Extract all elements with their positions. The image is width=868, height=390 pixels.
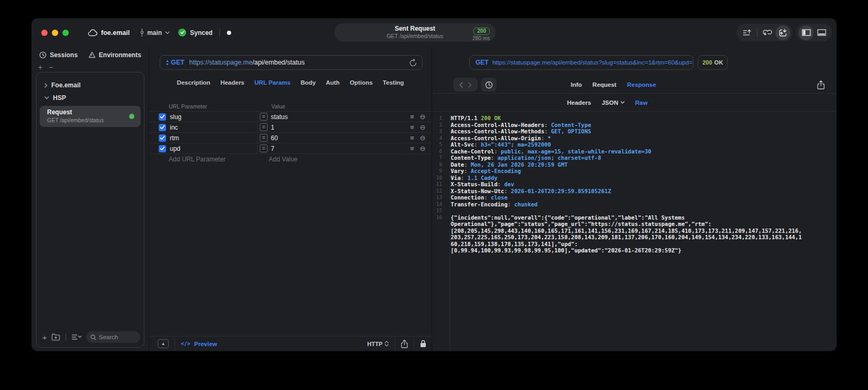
param-name-field[interactable]: upd	[170, 145, 257, 152]
param-add-row[interactable]: Add URL Parameter Add Value	[149, 153, 432, 165]
response-subtab-raw[interactable]: Raw	[635, 99, 648, 106]
column-divider	[257, 112, 258, 122]
response-body-line: Operational"},"page":"status","page_url"…	[432, 221, 836, 228]
param-checkbox-checked[interactable]	[159, 113, 166, 121]
remove-item-button[interactable]: −	[49, 63, 53, 71]
line-number: 2	[432, 122, 446, 129]
param-name-field[interactable]: rtm	[170, 134, 257, 142]
lock-icon[interactable]	[420, 340, 426, 348]
remove-param-icon[interactable]: ⊖	[417, 134, 428, 142]
response-header-line: 8Date: Mon, 26 Jan 2026 20:29:59 GMT	[432, 161, 836, 168]
request-tab-url-params[interactable]: URL Params	[254, 79, 290, 86]
remove-param-icon[interactable]: ⊖	[417, 123, 428, 131]
param-row: slug=status≡⊖	[149, 111, 432, 122]
add-param-placeholder[interactable]: Add URL Parameter	[169, 156, 226, 163]
traffic-lights	[41, 30, 69, 36]
close-window-button[interactable]	[41, 30, 48, 36]
request-url-path[interactable]: /api/embed/status	[252, 59, 305, 66]
new-folder-icon[interactable]	[51, 333, 60, 341]
tab-environments[interactable]: Environments	[88, 51, 141, 59]
titlebar-left: foe.email main Synced	[88, 29, 231, 37]
loop-sync-button[interactable]	[760, 25, 775, 40]
collapse-panel-button[interactable]: ▲	[158, 339, 169, 348]
param-checkbox-checked[interactable]	[159, 124, 166, 131]
branch-selector[interactable]: main	[139, 29, 170, 37]
request-tab-description[interactable]: Description	[177, 79, 210, 86]
param-name-field[interactable]: slug	[170, 113, 257, 121]
method-label: GET	[171, 59, 185, 66]
toggle-bottom-panel-button[interactable]	[814, 25, 829, 40]
history-nav-group	[453, 78, 478, 92]
resend-request-icon[interactable]	[409, 59, 417, 67]
tab-sessions-label: Sessions	[50, 51, 78, 59]
forward-chevron-icon[interactable]	[468, 82, 472, 88]
sidebar-actions: + −	[32, 63, 149, 71]
toggle-left-panel-button[interactable]	[799, 25, 814, 40]
response-body-line: [0,99.94,100,99.93,99.98,99.95,100],"upd…	[432, 247, 836, 254]
tree-item-foe-email[interactable]: Foe.email	[39, 79, 141, 92]
param-name-field[interactable]: inc	[170, 124, 257, 131]
status-code-badge: 200	[473, 28, 490, 35]
share-icon[interactable]	[401, 340, 408, 348]
back-chevron-icon[interactable]	[459, 82, 463, 88]
remove-param-icon[interactable]: ⊖	[417, 113, 428, 121]
sent-request-title: Sent Request	[387, 25, 443, 33]
request-tab-testing[interactable]: Testing	[383, 79, 404, 86]
reorder-handle-icon[interactable]: ≡	[407, 134, 417, 142]
response-body-line: 203,257,225,165,250,173,204,223,158,208,…	[432, 234, 836, 241]
tab-sessions[interactable]: Sessions	[39, 51, 78, 59]
reorder-handle-icon[interactable]: ≡	[407, 144, 417, 152]
response-tab-request[interactable]: Request	[592, 81, 616, 88]
add-item-button[interactable]: +	[38, 63, 42, 71]
line-number: 9	[432, 168, 446, 175]
reorder-handle-icon[interactable]: ≡	[407, 113, 417, 121]
request-list-item-selected[interactable]: Request GET /api/embed/status	[40, 106, 141, 127]
request-tab-options[interactable]: Options	[350, 79, 372, 86]
zoom-window-button[interactable]	[62, 30, 69, 36]
param-value-field[interactable]: 60	[271, 134, 407, 142]
add-value-placeholder[interactable]: Add Value	[269, 156, 298, 163]
new-request-button[interactable]: +	[42, 333, 47, 342]
request-url-host[interactable]: https://statuspage.me	[189, 59, 253, 66]
response-tab-info[interactable]: Info	[571, 81, 582, 88]
method-selector[interactable]: GET	[166, 59, 185, 66]
param-value-field[interactable]: 7	[271, 145, 407, 152]
line-number: 5	[432, 141, 446, 148]
sync-status-label: Synced	[190, 29, 213, 37]
project-name[interactable]: foe.email	[101, 29, 130, 37]
response-tab-response[interactable]: Response	[627, 81, 656, 88]
param-checkbox-checked[interactable]	[159, 145, 166, 152]
import-request-button[interactable]	[775, 25, 790, 40]
response-subtab-json[interactable]: JSON	[601, 99, 624, 106]
sent-request-pill[interactable]: Sent Request GET /api/embed/status 200 2…	[334, 23, 496, 42]
minimize-window-button[interactable]	[52, 30, 58, 36]
param-value-field[interactable]: 1	[271, 124, 407, 131]
preview-button[interactable]: </> Preview	[181, 341, 217, 347]
protocol-selector[interactable]: HTTP	[367, 341, 389, 347]
response-subtab-headers[interactable]: Headers	[567, 99, 591, 106]
request-editor-panel: GET https://statuspage.me/api/embed/stat…	[149, 47, 432, 351]
line-number: 6	[432, 148, 446, 155]
param-checkbox-checked[interactable]	[159, 134, 166, 142]
export-response-icon[interactable]	[817, 80, 825, 89]
sync-status[interactable]: Synced	[178, 29, 213, 37]
remove-param-icon[interactable]: ⊖	[417, 144, 428, 152]
search-input[interactable]: Search	[86, 331, 140, 343]
history-clock-button[interactable]	[481, 78, 497, 92]
request-url-bar[interactable]: GET https://statuspage.me/api/embed/stat…	[160, 55, 423, 70]
response-raw-view[interactable]: 1HTTP/1.1 200 OK2Access-Control-Allow-He…	[432, 112, 836, 351]
request-tab-body[interactable]: Body	[300, 79, 316, 86]
panel-toggles-group	[796, 24, 832, 41]
param-value-field[interactable]: status	[271, 113, 407, 121]
cloud-icon	[88, 29, 98, 37]
request-tab-headers[interactable]: Headers	[221, 79, 244, 86]
tree-item-hsp[interactable]: HSP	[39, 92, 141, 104]
blank-line: 15	[432, 207, 836, 214]
sent-url-box[interactable]: GET https://statuspage.me/api/embed/stat…	[469, 55, 693, 70]
list-view-options-icon[interactable]	[71, 334, 82, 340]
response-header-line: 9Vary: Accept-Encoding	[432, 168, 836, 175]
response-header-line: 2Access-Control-Allow-Headers: Content-T…	[432, 122, 836, 129]
sort-requests-button[interactable]	[739, 25, 755, 40]
reorder-handle-icon[interactable]: ≡	[407, 123, 417, 131]
request-tab-auth[interactable]: Auth	[326, 79, 340, 86]
